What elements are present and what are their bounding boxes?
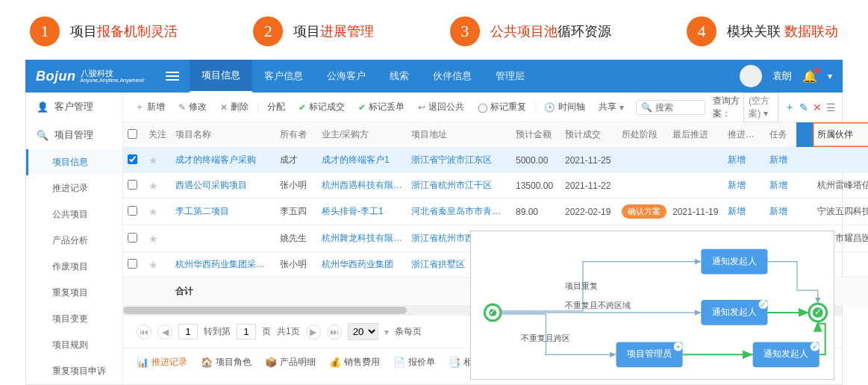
col-stage[interactable]: 所处阶段 (617, 122, 668, 148)
delete-button[interactable]: ✕删除 (214, 98, 255, 116)
row-checkbox[interactable] (128, 154, 137, 164)
next-page-button[interactable]: ▶ (306, 325, 321, 339)
sidebar-item-change[interactable]: 项目变更 (26, 306, 122, 332)
table-row[interactable]: ★西遇公司采购项目张小明杭州西遇科技有限公司浙江省杭州市江干区13500.002… (123, 173, 868, 198)
share-button[interactable]: 共享 ▾ (593, 98, 630, 116)
tab-public-customer[interactable]: 公海客户 (315, 60, 378, 93)
tab-project-info[interactable]: 项目信息 (190, 60, 252, 93)
sidebar-item-duplicate[interactable]: 重复项目 (26, 280, 122, 306)
sidebar-item-rules[interactable]: 项目规则 (26, 332, 122, 358)
mark-lose-button[interactable]: ✔标记丢单 (352, 98, 410, 116)
sidebar-item-analysis[interactable]: 产品分析 (26, 228, 122, 254)
cell-partner: 杭州雷峰塔信息技... (813, 173, 868, 198)
star-icon[interactable]: ★ (149, 259, 158, 271)
scroll-thumb[interactable] (123, 307, 407, 314)
sidebar-group-project[interactable]: 🔍 项目管理 (26, 121, 122, 149)
star-icon[interactable]: ★ (149, 233, 158, 245)
star-icon[interactable]: ★ (149, 154, 158, 166)
bell-icon[interactable]: 🔔 (802, 69, 817, 84)
col-task[interactable]: 任务 (765, 122, 796, 148)
cell-buyer[interactable]: 桥头排骨-李工1 (317, 198, 407, 225)
sidebar-item-appeal[interactable]: 重复项目申诉 (26, 358, 122, 384)
cell-task[interactable]: 新增 (765, 198, 796, 225)
assign-button[interactable]: 分配 (261, 98, 291, 116)
cell-addr[interactable]: 浙江省杭州市江干区 (407, 173, 511, 198)
sidebar-item-progress[interactable]: 推进记录 (26, 175, 122, 201)
col-checkbox[interactable] (123, 122, 144, 148)
return-public-button[interactable]: ↩退回公共 (412, 98, 470, 116)
table-row[interactable]: ★成才的终端客户采购成才成才的终端客户1浙江省宁波市江东区5000.002021… (123, 148, 868, 173)
star-icon[interactable]: ★ (149, 206, 158, 218)
cell-project-name[interactable]: 西遇公司采购项目 (171, 173, 275, 198)
mark-deal-button[interactable]: ✔标记成交 (293, 98, 351, 116)
avatar[interactable] (740, 65, 762, 87)
sidebar-group-customer[interactable]: 👤 客户管理 (26, 93, 122, 121)
plus-icon[interactable]: ＋ (784, 101, 795, 114)
cell-addr[interactable]: 河北省秦皇岛市市青龙满族... (407, 198, 511, 225)
search-input[interactable] (655, 102, 700, 113)
list-icon[interactable]: ☰ (826, 101, 836, 113)
edit-button[interactable]: ✎修改 (172, 98, 213, 116)
row-checkbox[interactable] (128, 233, 137, 242)
page-input[interactable] (178, 324, 198, 339)
cell-buyer[interactable]: 杭州舞龙科技有限公司 (317, 225, 407, 252)
cell-buyer[interactable]: 杭州华西药业集团 (317, 252, 407, 278)
cell-buyer[interactable]: 成才的终端客户1 (317, 148, 407, 173)
sidebar-item-void[interactable]: 作废项目 (26, 254, 122, 280)
edit-icon[interactable]: ✎ (799, 101, 808, 113)
last-page-button[interactable]: ⏭ (327, 325, 342, 339)
col-partner[interactable]: 所属伙伴 (813, 122, 868, 148)
row-checkbox[interactable] (128, 259, 137, 269)
cell-project-name[interactable]: 杭州华西药业集团采购项目 (171, 252, 275, 278)
cell-task[interactable]: 新增 (765, 148, 796, 173)
select-all-checkbox[interactable] (128, 129, 137, 139)
col-x[interactable] (796, 122, 813, 148)
cell-task[interactable]: 新增 (765, 173, 796, 198)
scheme-select[interactable]: (空方案) ▾ (743, 93, 778, 122)
row-checkbox[interactable] (128, 206, 137, 216)
tab-management[interactable]: 管理层 (484, 60, 537, 93)
timeline-button[interactable]: 🕒时间轴 (538, 98, 591, 116)
subtab-roles[interactable]: 🏠项目角色 (201, 356, 252, 369)
sidebar-item-project-info[interactable]: 项目信息 (26, 149, 122, 175)
col-buyer[interactable]: 业主/采购方 (317, 122, 407, 148)
cell-project-name[interactable]: 李工第二项目 (171, 198, 275, 225)
close-icon[interactable]: ✕ (813, 101, 822, 113)
cell-project-name[interactable]: 成才的终端客户采购 (171, 148, 275, 173)
first-page-button[interactable]: ⏮ (137, 325, 152, 339)
subtab-cost[interactable]: 💰销售费用 (329, 356, 380, 369)
col-push[interactable]: 推进阶段 (723, 122, 765, 148)
logo[interactable]: Bojun 八骏科技 Anyone,Anytime,Anywhere! (25, 69, 155, 84)
star-icon[interactable]: ★ (149, 180, 158, 192)
col-owner[interactable]: 所有者 (275, 122, 317, 148)
col-addr[interactable]: 项目地址 (407, 122, 511, 148)
cell-project-name[interactable] (171, 225, 275, 252)
table-row[interactable]: ★李工第二项目李五四桥头排骨-李工1河北省秦皇岛市市青龙满族...89.0020… (123, 198, 868, 225)
goto-input[interactable] (237, 324, 256, 339)
page-size-select[interactable]: 20 (348, 323, 378, 340)
search-input-wrap[interactable]: 🔍 (636, 100, 705, 115)
col-amount[interactable]: 预计金额 (511, 122, 561, 148)
row-checkbox[interactable] (128, 180, 137, 190)
col-star[interactable]: 关注 (144, 122, 171, 148)
mark-dup-button[interactable]: ◯标记重复 (472, 98, 532, 116)
col-deal[interactable]: 预计成交 (561, 122, 617, 148)
sidebar-item-public[interactable]: 公共项目 (26, 201, 122, 228)
tab-partner-info[interactable]: 伙伴信息 (421, 60, 484, 93)
subtab-products[interactable]: 📦产品明细 (265, 356, 316, 369)
col-name[interactable]: 项目名称 (171, 122, 275, 148)
cell-buyer[interactable]: 杭州西遇科技有限公司 (317, 173, 407, 198)
add-button[interactable]: ＋新增 (129, 98, 171, 116)
col-last[interactable]: 最后推进 (668, 122, 723, 148)
prev-page-button[interactable]: ◀ (157, 325, 172, 339)
cell-push[interactable]: 新增 (723, 173, 765, 198)
cell-push[interactable]: 新增 (723, 148, 765, 173)
subtab-quote[interactable]: 📄报价单 (393, 356, 435, 369)
menu-icon[interactable] (166, 72, 179, 81)
tab-leads[interactable]: 线索 (378, 60, 421, 93)
cell-push[interactable]: 新增 (723, 198, 765, 225)
subtab-progress[interactable]: 📊推进记录 (137, 356, 187, 369)
chevron-down-icon[interactable]: ▾ (828, 71, 832, 81)
cell-addr[interactable]: 浙江省宁波市江东区 (407, 148, 511, 173)
tab-customer-info[interactable]: 客户信息 (252, 60, 315, 93)
